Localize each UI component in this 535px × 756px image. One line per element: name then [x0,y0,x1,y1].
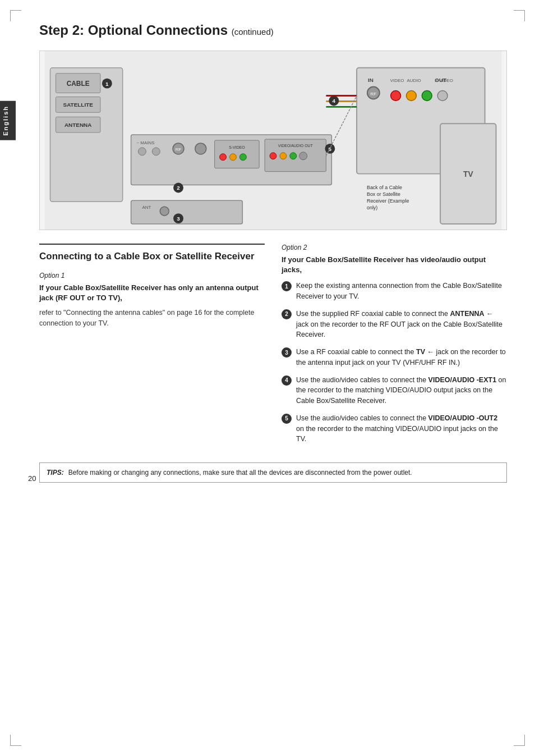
svg-text:ANT: ANT [142,205,151,210]
svg-point-47 [422,91,432,101]
svg-point-48 [437,91,448,101]
diagram-area: CABLE SATELLITE ANTENNA 1 ~ MAINS RF [39,51,507,230]
tips-box: TIPS: Before making or changing any conn… [39,462,507,483]
svg-text:4: 4 [333,98,336,104]
svg-text:TV: TV [463,169,473,178]
svg-text:S-VIDEO: S-VIDEO [435,78,453,83]
svg-point-12 [139,148,146,155]
page-number: 20 [28,474,36,483]
svg-text:Box or Satellite: Box or Satellite [367,191,400,197]
svg-point-16 [195,143,206,154]
option1-label: Option 1 [39,272,265,280]
step-text: Use a RF coaxial cable to connect the TV… [296,347,507,368]
svg-rect-32 [131,200,243,224]
svg-point-24 [270,153,276,159]
page-title: Step 2: Optional Connections (continued) [39,22,507,42]
step-number: 3 [282,347,292,358]
svg-point-26 [290,153,297,159]
option2-list: 1Keep the existing antenna connection fr… [282,281,507,445]
list-item: 5Use the audio/video cables to connect t… [282,413,507,445]
svg-point-19 [220,154,227,161]
corner-mark-br [514,735,525,746]
svg-point-21 [239,154,246,161]
list-item: 1Keep the existing antenna connection fr… [282,281,507,302]
step-text: Keep the existing antenna connection fro… [296,281,507,302]
section-title: Connecting to a Cable Box or Satellite R… [39,250,265,263]
svg-point-25 [280,153,287,159]
svg-text:Back of a Cable: Back of a Cable [367,185,402,190]
step-text: Use the supplied RF coaxial cable to con… [296,309,507,340]
svg-text:~ MAINS: ~ MAINS [137,140,155,145]
svg-text:RF: RF [176,147,182,152]
step-text: Use the audio/video cables to connect th… [296,413,507,445]
svg-point-13 [152,148,160,155]
svg-text:3: 3 [177,216,180,222]
svg-text:ANTENNA: ANTENNA [64,122,92,128]
svg-text:5: 5 [329,146,332,152]
svg-point-34 [160,207,169,216]
corner-mark-bl [10,735,21,746]
svg-text:Receiver (Example: Receiver (Example [367,198,409,204]
svg-text:only): only) [367,205,377,210]
svg-text:AUDIO: AUDIO [407,78,421,83]
option1-heading: If your Cable Box/Satellite Receiver has… [39,283,265,303]
svg-text:S-VIDEO: S-VIDEO [229,145,245,149]
step-number: 5 [282,414,292,424]
svg-point-27 [299,152,307,160]
option2-heading: If your Cable Box/Satellite Receiver has… [282,255,507,275]
connection-diagram: CABLE SATELLITE ANTENNA 1 ~ MAINS RF [40,51,506,230]
list-item: 4Use the audio/video cables to connect t… [282,375,507,406]
content-columns: Connecting to a Cable Box or Satellite R… [39,244,507,451]
step-number: 1 [282,281,292,291]
step-text: Use the audio/video cables to connect th… [296,375,507,406]
svg-text:VIDEO: VIDEO [390,78,404,83]
svg-text:1: 1 [105,81,109,87]
svg-text:VIDEO/AUDIO OUT: VIDEO/AUDIO OUT [278,144,313,148]
svg-text:RF: RF [371,91,377,97]
list-item: 2Use the supplied RF coaxial cable to co… [282,309,507,340]
step-number: 4 [282,375,292,386]
option1-text: refer to "Connecting the antenna cables"… [39,308,265,329]
option2-label: Option 2 [282,244,507,251]
svg-point-45 [391,91,401,101]
svg-text:SATELLITE: SATELLITE [63,102,94,108]
tips-label: TIPS: [47,468,64,478]
tips-text: Before making or changing any connection… [68,468,412,478]
svg-point-46 [407,91,417,101]
svg-text:IN: IN [368,77,373,83]
left-column: Connecting to a Cable Box or Satellite R… [39,244,265,451]
svg-text:2: 2 [177,185,180,191]
list-item: 3Use a RF coaxial cable to connect the T… [282,347,507,368]
svg-point-20 [229,154,236,161]
right-column: Option 2 If your Cable Box/Satellite Rec… [282,244,507,451]
svg-text:CABLE: CABLE [67,80,90,88]
step-number: 2 [282,309,292,319]
